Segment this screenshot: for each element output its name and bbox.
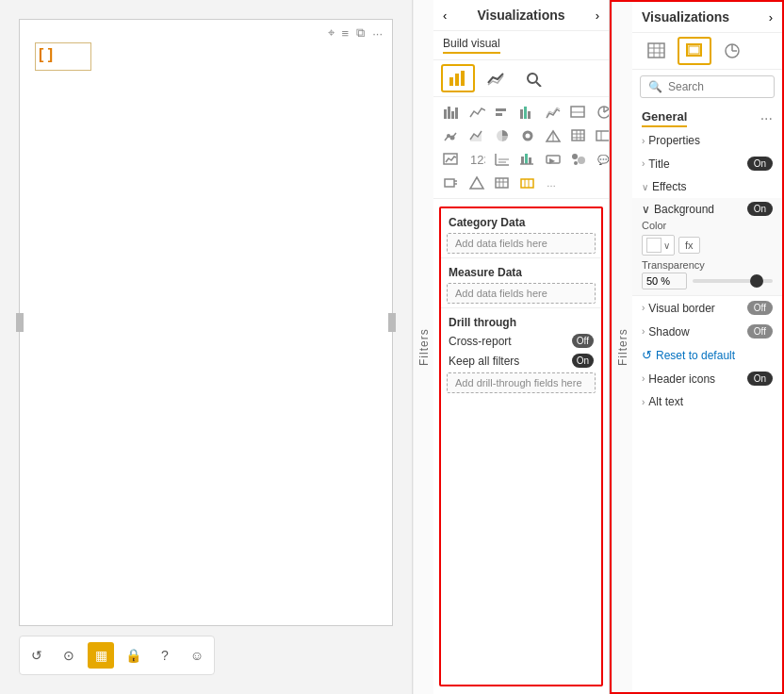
svg-rect-11 <box>520 109 523 119</box>
reset-row[interactable]: ↺ Reset to default <box>632 343 782 367</box>
drill-through-drop[interactable]: Add drill-through fields here <box>447 372 596 393</box>
chart-icon-7[interactable] <box>592 101 609 124</box>
cross-report-label: Cross-report <box>449 335 512 348</box>
emoji-button[interactable]: ☺ <box>184 642 210 669</box>
chart-icon-18[interactable] <box>515 148 540 171</box>
filters-label-left: Filters <box>413 0 433 694</box>
svg-point-19 <box>447 134 450 138</box>
svg-marker-49 <box>470 177 483 189</box>
cross-report-toggle[interactable]: Off <box>572 334 594 348</box>
more-options-button[interactable]: ··· <box>760 110 773 127</box>
chart-icon-13[interactable] <box>566 124 591 147</box>
format-tab-paint[interactable] <box>678 37 711 65</box>
keep-filters-label: Keep all filters <box>449 355 519 368</box>
svg-rect-12 <box>524 107 527 119</box>
table-button[interactable]: ▦ <box>88 642 114 669</box>
chart-icon-16[interactable]: 123 <box>465 148 489 171</box>
tab-build-visual[interactable]: Build visual <box>443 37 500 54</box>
visual-border-row[interactable]: › Visual border Off <box>632 296 782 320</box>
shadow-toggle[interactable]: Off <box>747 324 773 339</box>
effects-chevron: ∨ <box>642 182 648 192</box>
chart-icon-17[interactable] <box>490 148 514 171</box>
format-tab-analytics[interactable] <box>715 37 749 65</box>
header-icons-chevron: › <box>642 373 645 384</box>
chart-icon-3[interactable] <box>490 101 514 124</box>
viz-tab-bar: Build visual <box>433 31 609 60</box>
chart-icon-21[interactable]: 💬 <box>592 148 609 171</box>
more-icon[interactable]: ··· <box>372 26 383 41</box>
shadow-row[interactable]: › Shadow Off <box>632 320 782 343</box>
transparency-slider[interactable] <box>693 279 773 283</box>
chart-icon-9[interactable] <box>465 124 489 147</box>
viz-tab-search[interactable] <box>516 64 550 92</box>
divider-2 <box>441 307 601 308</box>
visual-border-toggle[interactable]: Off <box>747 301 773 315</box>
refresh-button[interactable]: ↺ <box>24 642 50 669</box>
chart-icon-1[interactable] <box>439 101 464 124</box>
chart-icon-19[interactable]: ▶ <box>541 148 565 171</box>
nav-left[interactable]: ‹ <box>443 8 447 23</box>
transparency-label: Transparency <box>642 259 773 271</box>
viz-tab-barlike[interactable] <box>441 64 475 92</box>
chart-icon-23[interactable] <box>465 172 489 194</box>
keep-filters-toggle[interactable]: On <box>572 354 594 368</box>
effects-row[interactable]: ∨ Effects <box>632 175 782 198</box>
svg-rect-5 <box>444 109 447 119</box>
menu-icon[interactable]: ≡ <box>342 26 350 41</box>
measure-data-drop[interactable]: Add data fields here <box>447 283 596 304</box>
fx-button[interactable]: fx <box>678 237 700 254</box>
lock-button[interactable]: 🔒 <box>120 642 146 669</box>
properties-row[interactable]: › Properties <box>632 129 782 152</box>
resize-handle-left[interactable] <box>16 313 24 332</box>
search-input[interactable] <box>668 80 782 93</box>
chart-icon-10[interactable] <box>490 124 514 147</box>
header-icons-label: › Header icons <box>642 372 715 386</box>
bottom-toolbar: ↺ ⊙ ▦ 🔒 ? ☺ <box>19 636 215 675</box>
viz-tab-line[interactable] <box>479 64 513 92</box>
chart-icon-24[interactable] <box>490 172 514 194</box>
format-tab-grid[interactable] <box>640 37 674 65</box>
nav-right-build[interactable]: › <box>596 8 599 23</box>
background-toggle[interactable]: On <box>747 202 773 216</box>
chart-icon-5[interactable] <box>541 101 565 124</box>
svg-point-42 <box>572 154 578 159</box>
help-button[interactable]: ? <box>152 642 178 669</box>
pin-icon[interactable]: ⌖ <box>328 25 335 41</box>
chart-icon-20[interactable] <box>566 148 591 171</box>
chart-icon-26[interactable]: … <box>541 172 565 194</box>
title-row[interactable]: › Title On <box>632 152 782 175</box>
expand-icon[interactable]: ⧉ <box>356 25 365 41</box>
svg-text:123: 123 <box>470 153 485 167</box>
chart-icon-11[interactable] <box>515 124 540 147</box>
format-icon-tabs <box>632 33 782 70</box>
search-icon: 🔍 <box>648 80 662 93</box>
svg-rect-1 <box>455 74 459 86</box>
focus-button[interactable]: ⊙ <box>56 642 82 669</box>
chart-icon-6[interactable] <box>566 101 591 124</box>
chart-icon-15[interactable] <box>439 148 464 171</box>
viz-build-title: Visualizations <box>477 8 564 23</box>
canvas-frame: ⌖ ≡ ⧉ ··· [ ] <box>19 19 393 626</box>
chart-icon-8[interactable] <box>439 124 464 147</box>
resize-handle-right[interactable] <box>388 313 396 332</box>
chart-icon-22[interactable] <box>439 172 464 194</box>
chart-icon-4[interactable] <box>515 101 540 124</box>
chart-icon-25[interactable] <box>515 172 540 194</box>
chart-icon-14[interactable] <box>592 124 609 147</box>
alt-text-row[interactable]: › Alt text <box>632 390 782 413</box>
transparency-input[interactable]: 50 % <box>642 273 687 289</box>
chart-icon-2[interactable] <box>465 101 489 124</box>
header-icons-row[interactable]: › Header icons On <box>632 367 782 390</box>
svg-rect-23 <box>572 130 584 140</box>
nav-right-format[interactable]: › <box>769 10 773 25</box>
visual-border-text: Visual border <box>648 302 715 315</box>
title-toggle[interactable]: On <box>747 157 773 171</box>
svg-rect-50 <box>496 178 508 188</box>
header-icons-toggle[interactable]: On <box>747 372 773 386</box>
visual-border-label: › Visual border <box>642 302 715 315</box>
category-data-drop[interactable]: Add data fields here <box>447 233 596 254</box>
color-swatch-button[interactable]: ∨ <box>642 235 675 256</box>
slider-thumb[interactable] <box>750 274 763 288</box>
chart-icon-12[interactable] <box>541 124 565 147</box>
keep-filters-row: Keep all filters On <box>441 351 601 371</box>
